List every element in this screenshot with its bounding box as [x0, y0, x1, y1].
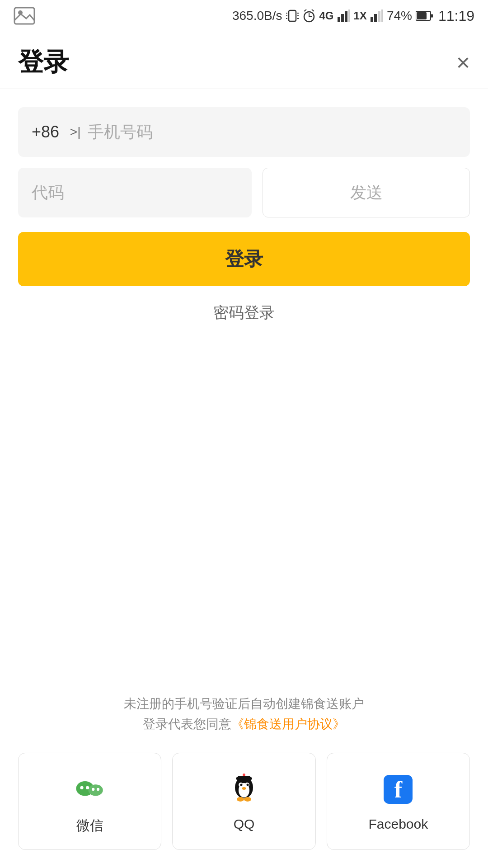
qq-icon: [226, 771, 262, 807]
status-bar-right: 365.0B/s 4G 1X: [232, 8, 474, 24]
status-bar: 365.0B/s 4G 1X: [0, 0, 488, 32]
network-speed: 365.0B/s: [232, 9, 282, 23]
network-type2: 1X: [354, 9, 367, 22]
image-icon: [14, 7, 35, 25]
status-bar-left: [14, 7, 35, 25]
svg-rect-21: [381, 9, 383, 22]
login-button-label: 登录: [225, 246, 263, 272]
phone-placeholder: 手机号码: [88, 121, 153, 143]
wechat-login-button[interactable]: 微信: [18, 753, 161, 850]
login-button[interactable]: 登录: [18, 232, 470, 286]
app-header: 登录 ×: [0, 32, 488, 89]
svg-point-42: [243, 774, 245, 776]
send-code-button[interactable]: 发送: [263, 168, 470, 217]
svg-point-35: [240, 784, 242, 786]
signal2-icon: [371, 9, 383, 22]
svg-point-28: [86, 786, 89, 789]
qq-label: QQ: [234, 816, 255, 832]
terms-text: 未注册的手机号验证后自动创建锦食送账户 登录代表您同意《锦食送用户协议》: [18, 694, 470, 735]
svg-point-26: [88, 784, 103, 796]
page-title: 登录: [18, 45, 69, 80]
svg-rect-15: [341, 14, 344, 22]
svg-point-39: [244, 797, 251, 802]
facebook-icon: f: [380, 771, 416, 807]
alarm-icon: [302, 9, 316, 23]
network-type: 4G: [319, 9, 334, 22]
code-input-container[interactable]: 代码: [18, 168, 252, 217]
country-code: +86: [32, 123, 59, 142]
password-login-link[interactable]: 密码登录: [18, 302, 470, 323]
phone-input-container[interactable]: +86 >| 手机号码: [18, 107, 470, 157]
terms-line2: 登录代表您同意《锦食送用户协议》: [18, 714, 470, 735]
signal-icon: [338, 9, 350, 22]
main-content: +86 >| 手机号码 代码 发送 登录 密码登录: [0, 89, 488, 323]
svg-rect-16: [345, 11, 347, 22]
svg-rect-41: [238, 776, 250, 779]
vibrate-icon: [286, 9, 299, 23]
close-button[interactable]: ×: [456, 51, 470, 74]
send-code-label: 发送: [350, 182, 383, 204]
social-login-row: 微信: [18, 753, 470, 850]
svg-rect-24: [431, 14, 433, 18]
code-row: 代码 发送: [18, 168, 470, 217]
svg-point-36: [246, 784, 249, 786]
terms-line1: 未注册的手机号验证后自动创建锦食送账户: [18, 694, 470, 714]
svg-point-29: [92, 788, 94, 791]
wechat-label: 微信: [76, 816, 103, 835]
bottom-section: 未注册的手机号验证后自动创建锦食送账户 登录代表您同意《锦食送用户协议》 微信: [0, 694, 488, 850]
svg-rect-20: [378, 11, 380, 22]
svg-point-27: [80, 786, 83, 789]
svg-rect-14: [338, 17, 340, 22]
svg-rect-19: [374, 14, 377, 22]
svg-rect-2: [289, 10, 296, 21]
clock-time: 11:19: [438, 8, 474, 24]
wechat-icon: [72, 771, 108, 807]
svg-point-38: [237, 797, 244, 802]
dropdown-arrow: >|: [66, 125, 80, 139]
svg-rect-17: [348, 9, 350, 22]
password-login-label: 密码登录: [213, 304, 275, 321]
facebook-label: Facebook: [368, 816, 428, 832]
battery-icon: [416, 11, 433, 21]
svg-line-12: [304, 9, 306, 11]
facebook-login-button[interactable]: f Facebook: [327, 753, 470, 850]
code-placeholder: 代码: [32, 182, 64, 204]
terms-link[interactable]: 《锦食送用户协议》: [231, 717, 345, 731]
svg-rect-23: [417, 12, 427, 19]
battery-percent: 74%: [387, 9, 412, 23]
svg-rect-18: [371, 17, 373, 22]
svg-point-30: [97, 788, 99, 791]
svg-line-13: [312, 9, 314, 11]
qq-login-button[interactable]: QQ: [172, 753, 315, 850]
svg-point-37: [242, 787, 246, 790]
